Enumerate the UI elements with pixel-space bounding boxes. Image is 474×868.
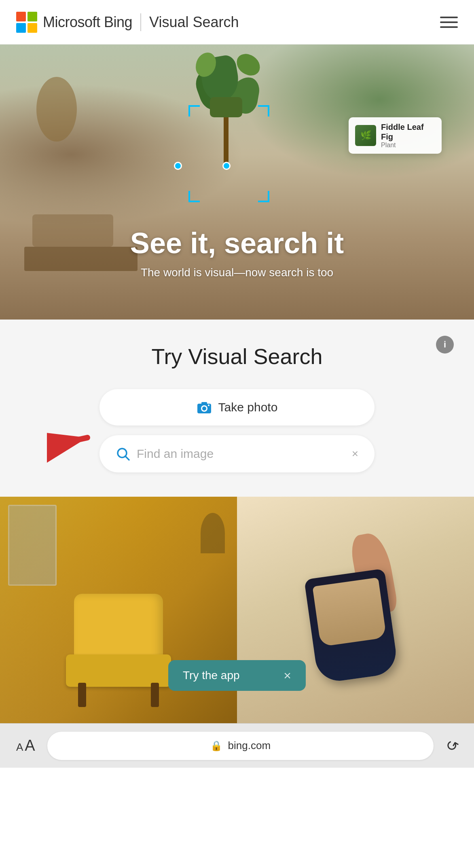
gallery-section: Try the app × xyxy=(0,497,474,723)
logo-blue-square xyxy=(16,23,26,33)
red-arrow-svg xyxy=(47,421,99,466)
url-text: bing.com xyxy=(228,739,271,752)
hero-decor-left xyxy=(24,77,89,158)
hero-subtext: The world is visual—now search is too xyxy=(0,266,474,279)
hero-section: 🌿 Fiddle Leaf Fig Plant See it, search i… xyxy=(0,44,474,320)
find-image-button[interactable]: Find an image × xyxy=(99,435,375,472)
reload-icon: ↺ xyxy=(442,735,461,756)
hero-heading: See it, search it xyxy=(0,227,474,260)
bracket-bottom-right xyxy=(258,191,269,202)
bing-logo[interactable]: Microsoft Bing xyxy=(16,12,132,33)
url-bar[interactable]: 🔒 bing.com xyxy=(47,732,434,760)
search-title: Try Visual Search xyxy=(16,344,458,369)
browser-bar: A A 🔒 bing.com ↺ xyxy=(0,723,474,768)
logo-green-square xyxy=(28,12,37,21)
red-arrow-indicator xyxy=(47,421,99,468)
hand-shoe-group xyxy=(303,533,408,687)
chair-leg-left xyxy=(78,683,86,707)
find-image-inner: Find an image xyxy=(116,447,214,461)
font-large: A xyxy=(25,737,35,754)
search-icon xyxy=(116,447,130,461)
chair-illustration xyxy=(66,594,171,707)
font-size-button[interactable]: A A xyxy=(16,737,35,754)
search-buttons-container: Take photo Find an image × xyxy=(16,389,458,472)
logo-yellow-square xyxy=(28,23,37,33)
chair-leg-right xyxy=(151,683,159,707)
hamburger-line-1 xyxy=(440,17,458,18)
dot-marker-2 xyxy=(222,162,231,170)
lock-icon: 🔒 xyxy=(210,740,222,752)
take-photo-button[interactable]: Take photo xyxy=(99,389,375,426)
tooltip-thumbnail: 🌿 xyxy=(355,125,376,146)
take-photo-label: Take photo xyxy=(218,400,278,414)
decor-plant-right xyxy=(201,513,225,553)
hamburger-line-2 xyxy=(440,21,458,23)
hamburger-line-3 xyxy=(440,26,458,28)
clear-icon[interactable]: × xyxy=(352,447,358,460)
reload-button[interactable]: ↺ xyxy=(446,737,458,754)
hero-text-block: See it, search it The world is visual—no… xyxy=(0,227,474,279)
crop-bracket xyxy=(188,105,269,202)
page-title: Visual Search xyxy=(149,14,239,31)
logo-red-square xyxy=(16,12,26,21)
find-image-label: Find an image xyxy=(137,447,214,461)
try-app-popup: Try the app × xyxy=(168,660,306,691)
plant-tooltip: 🌿 Fiddle Leaf Fig Plant xyxy=(349,117,442,154)
tooltip-subtitle: Plant xyxy=(381,142,435,149)
info-button[interactable]: i xyxy=(436,336,454,354)
camera-icon xyxy=(197,400,212,414)
dot-marker-1 xyxy=(174,162,182,170)
tooltip-content: Fiddle Leaf Fig Plant xyxy=(381,122,435,149)
tooltip-title: Fiddle Leaf Fig xyxy=(381,122,435,142)
try-app-close-button[interactable]: × xyxy=(284,669,291,682)
svg-rect-5 xyxy=(201,402,207,404)
bracket-top-right xyxy=(258,105,269,116)
font-small: A xyxy=(16,741,23,754)
app-header: Microsoft Bing Visual Search xyxy=(0,0,474,44)
menu-button[interactable] xyxy=(440,17,458,28)
bracket-bottom-left xyxy=(188,191,200,202)
try-app-label: Try the app xyxy=(183,669,240,682)
brand-name: Microsoft Bing xyxy=(43,14,132,31)
bracket-top-left xyxy=(188,105,200,116)
shoe-shape xyxy=(304,568,399,684)
bing-logo-grid xyxy=(16,12,37,33)
chair-seat xyxy=(66,654,171,687)
header-divider xyxy=(140,13,141,31)
shoe-inner xyxy=(312,578,386,647)
svg-line-8 xyxy=(125,456,129,460)
chair-back xyxy=(74,594,163,663)
header-left: Microsoft Bing Visual Search xyxy=(16,12,239,33)
svg-point-4 xyxy=(202,406,206,411)
svg-point-6 xyxy=(208,404,209,406)
search-section: i Try Visual Search Take pho xyxy=(0,320,474,497)
svg-line-1 xyxy=(51,438,87,446)
